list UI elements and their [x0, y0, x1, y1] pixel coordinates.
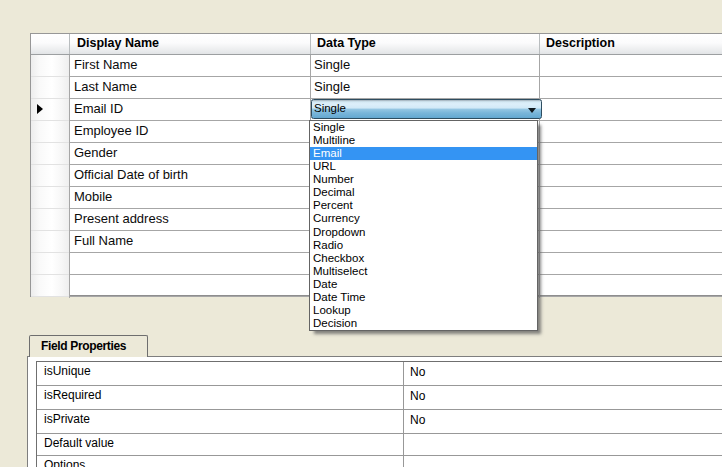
data-type-combobox[interactable]: Single: [311, 99, 542, 119]
cell-display-name[interactable]: Full Name: [70, 231, 310, 253]
property-value[interactable]: No: [403, 386, 722, 410]
dropdown-item-multiselect[interactable]: Multiselect: [310, 265, 537, 278]
grid-vline: [69, 55, 70, 298]
combobox-dropdown-arrow-icon[interactable]: [528, 108, 536, 113]
property-row: isPrivateNo: [37, 410, 722, 434]
property-name[interactable]: Default value: [37, 434, 404, 456]
row-header-cell[interactable]: [31, 121, 69, 143]
property-row: isRequiredNo: [37, 386, 722, 410]
cell-display-name[interactable]: Last Name: [70, 77, 310, 99]
dropdown-item-url[interactable]: URL: [310, 160, 537, 173]
cell-description[interactable]: [540, 253, 722, 275]
row-header-cell[interactable]: [31, 187, 69, 209]
property-name[interactable]: isUnique: [37, 362, 404, 386]
cell-display-name[interactable]: [70, 253, 310, 275]
cell-display-name[interactable]: Gender: [70, 143, 310, 165]
property-row: isUniqueNo: [37, 362, 722, 386]
row-header-cell[interactable]: [31, 165, 69, 187]
combobox-value: Single: [314, 100, 346, 118]
property-name[interactable]: isRequired: [37, 386, 404, 410]
dropdown-item-checkbox[interactable]: Checkbox: [310, 252, 537, 265]
dropdown-item-percent[interactable]: Percent: [310, 199, 537, 212]
property-name[interactable]: Options: [37, 456, 404, 467]
property-row: Default value: [37, 434, 722, 456]
grid-vline: [539, 55, 540, 298]
cell-description[interactable]: [540, 209, 722, 231]
header-separator: [69, 34, 70, 54]
row-header-cell[interactable]: [31, 209, 69, 231]
cell-display-name[interactable]: Mobile: [70, 187, 310, 209]
property-value[interactable]: No: [403, 410, 722, 434]
cell-data-type[interactable]: Single: [311, 55, 539, 77]
dropdown-item-lookup[interactable]: Lookup: [310, 304, 537, 317]
dropdown-item-multiline[interactable]: Multiline: [310, 134, 537, 147]
cell-description[interactable]: [540, 99, 722, 121]
cell-display-name[interactable]: Email ID: [70, 99, 310, 121]
header-separator: [310, 34, 311, 54]
dropdown-item-currency[interactable]: Currency: [310, 212, 537, 225]
property-name[interactable]: isPrivate: [37, 410, 404, 434]
property-value[interactable]: No: [403, 362, 722, 386]
row-header-cell[interactable]: [31, 55, 69, 77]
dropdown-item-number[interactable]: Number: [310, 173, 537, 186]
grid-header-row: Display Name Data Type Description: [31, 34, 722, 55]
grid-row: Last NameSingle: [31, 77, 722, 99]
dropdown-item-date[interactable]: Date: [310, 278, 537, 291]
dropdown-item-dropdown[interactable]: Dropdown: [310, 226, 537, 239]
cell-description[interactable]: [540, 55, 722, 77]
row-header-cell[interactable]: [31, 231, 69, 253]
property-row: Options: [37, 456, 722, 467]
grid-row: First NameSingle: [31, 55, 722, 77]
data-type-dropdown-list: SingleMultilineEmailURLNumberDecimalPerc…: [309, 120, 538, 331]
tab-field-properties[interactable]: Field Properties: [29, 335, 148, 357]
row-header-cell[interactable]: [31, 99, 69, 121]
cell-display-name[interactable]: Present address: [70, 209, 310, 231]
dropdown-item-date-time[interactable]: Date Time: [310, 291, 537, 304]
cell-description[interactable]: [540, 231, 722, 253]
header-separator: [539, 34, 540, 54]
field-properties-table: isUniqueNoisRequiredNoisPrivateNoDefault…: [36, 361, 722, 467]
column-header-display-name[interactable]: Display Name: [70, 34, 310, 55]
cell-display-name[interactable]: First Name: [70, 55, 310, 77]
dropdown-item-decision[interactable]: Decision: [310, 317, 537, 330]
column-header-data-type[interactable]: Data Type: [310, 34, 539, 55]
property-value[interactable]: [403, 434, 722, 456]
cell-description[interactable]: [540, 187, 722, 209]
dropdown-item-email[interactable]: Email: [310, 147, 537, 160]
cell-display-name[interactable]: [70, 275, 310, 297]
cell-description[interactable]: [540, 275, 722, 297]
property-value[interactable]: [403, 456, 722, 467]
dropdown-item-radio[interactable]: Radio: [310, 239, 537, 252]
cell-description[interactable]: [540, 121, 722, 143]
current-row-indicator-icon: [37, 104, 43, 114]
cell-description[interactable]: [540, 143, 722, 165]
row-header-cell[interactable]: [31, 253, 69, 275]
cell-description[interactable]: [540, 165, 722, 187]
cell-data-type[interactable]: Single: [311, 77, 539, 99]
dropdown-item-single[interactable]: Single: [310, 121, 537, 134]
row-header-cell[interactable]: [31, 275, 69, 297]
dropdown-item-decimal[interactable]: Decimal: [310, 186, 537, 199]
cell-display-name[interactable]: Official Date of birth: [70, 165, 310, 187]
grid-corner-header[interactable]: [31, 34, 70, 55]
row-header-cell[interactable]: [31, 77, 69, 99]
column-header-description[interactable]: Description: [539, 34, 722, 55]
cell-display-name[interactable]: Employee ID: [70, 121, 310, 143]
row-header-cell[interactable]: [31, 143, 69, 165]
cell-description[interactable]: [540, 77, 722, 99]
